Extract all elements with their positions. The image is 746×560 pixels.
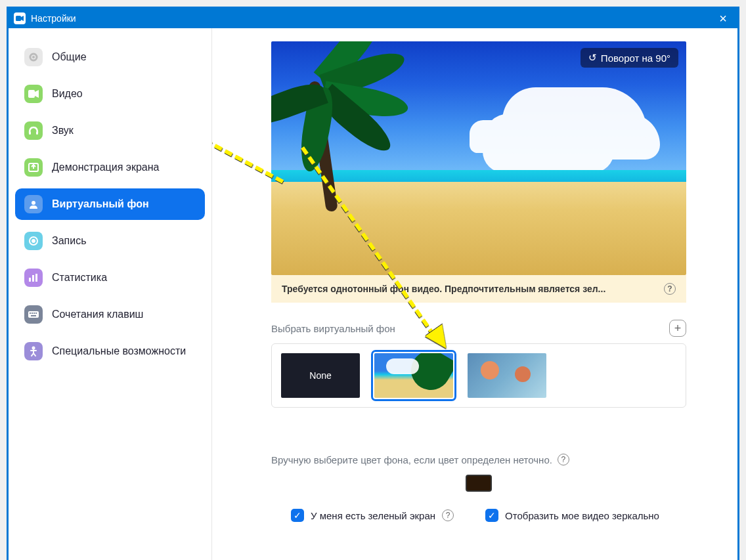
window-title: Настройки bbox=[31, 13, 76, 24]
sidebar-item-label: Специальные возможности bbox=[52, 345, 186, 358]
manual-color-text: Вручную выберите цвет фона, если цвет оп… bbox=[271, 454, 552, 465]
help-icon[interactable]: ? bbox=[442, 509, 454, 521]
checkbox-checked-icon: ✓ bbox=[291, 509, 304, 522]
help-icon[interactable]: ? bbox=[664, 283, 676, 295]
manual-color-row: Вручную выберите цвет фона, если цвет оп… bbox=[271, 454, 698, 465]
settings-window: Настройки × Общие Видео Звук bbox=[7, 7, 739, 560]
main-panel: ↺ Поворот на 90° Требуется однотонный фо… bbox=[212, 28, 737, 560]
svg-point-7 bbox=[32, 201, 35, 205]
accessibility-icon bbox=[24, 342, 43, 360]
person-icon bbox=[24, 195, 43, 213]
sidebar-item-label: Сочетания клавиш bbox=[52, 308, 143, 322]
sidebar-item-video[interactable]: Видео bbox=[15, 78, 205, 110]
share-screen-icon bbox=[24, 158, 43, 177]
video-icon bbox=[24, 85, 43, 103]
sidebar-item-label: Звук bbox=[52, 124, 74, 138]
thumb-flowers[interactable] bbox=[468, 353, 546, 398]
sidebar-item-label: Демонстрация экрана bbox=[52, 161, 160, 175]
warning-bar: Требуется однотонный фон видео. Предпочт… bbox=[271, 275, 686, 303]
sidebar-item-audio[interactable]: Звук bbox=[15, 115, 205, 146]
checkbox-mirror-video[interactable]: ✓ Отобразить мое видео зеркально bbox=[485, 509, 659, 522]
sidebar-item-label: Виртуальный фон bbox=[52, 198, 149, 211]
sidebar: Общие Видео Звук Демонстрация экрана bbox=[9, 28, 212, 560]
background-thumbnails: None bbox=[271, 343, 686, 408]
sidebar-item-record[interactable]: Запись bbox=[15, 225, 205, 257]
thumb-none-label: None bbox=[309, 370, 331, 381]
color-swatch[interactable] bbox=[466, 475, 492, 492]
svg-rect-10 bbox=[29, 278, 31, 282]
sidebar-item-share[interactable]: Демонстрация экрана bbox=[15, 152, 205, 183]
checkbox-green-screen[interactable]: ✓ У меня есть зеленый экран ? bbox=[291, 509, 454, 522]
sidebar-item-stats[interactable]: Статистика bbox=[15, 262, 205, 293]
headphones-icon bbox=[24, 121, 43, 140]
gear-icon bbox=[24, 48, 43, 66]
record-icon bbox=[24, 232, 43, 250]
sidebar-item-keyboard[interactable]: Сочетания клавиш bbox=[15, 299, 205, 330]
svg-point-2 bbox=[32, 56, 35, 58]
titlebar: Настройки × bbox=[9, 9, 737, 28]
rotate-label: Поворот на 90° bbox=[601, 53, 670, 64]
svg-rect-17 bbox=[35, 312, 37, 314]
rotate-icon: ↺ bbox=[588, 52, 597, 64]
checkbox-label: Отобразить мое видео зеркально bbox=[505, 510, 659, 521]
video-preview: ↺ Поворот на 90° bbox=[271, 41, 686, 275]
svg-rect-13 bbox=[28, 311, 39, 318]
svg-rect-0 bbox=[16, 16, 21, 21]
svg-point-19 bbox=[32, 347, 35, 350]
sidebar-item-label: Статистика bbox=[52, 271, 107, 285]
sidebar-item-label: Видео bbox=[52, 87, 83, 101]
svg-rect-16 bbox=[33, 312, 35, 314]
checkbox-label: У меня есть зеленый экран bbox=[311, 510, 435, 521]
sidebar-item-label: Общие bbox=[52, 51, 87, 64]
choose-bg-label: Выбрать виртуальный фон bbox=[271, 323, 395, 334]
thumb-beach[interactable] bbox=[374, 353, 453, 398]
svg-rect-5 bbox=[36, 131, 38, 135]
help-icon[interactable]: ? bbox=[558, 454, 569, 465]
sidebar-item-label: Запись bbox=[52, 234, 87, 248]
add-background-button[interactable]: + bbox=[669, 320, 686, 337]
close-button[interactable]: × bbox=[714, 11, 732, 26]
checkbox-checked-icon: ✓ bbox=[485, 509, 498, 522]
sidebar-item-general[interactable]: Общие bbox=[15, 41, 205, 73]
svg-rect-11 bbox=[32, 275, 34, 282]
sidebar-item-accessibility[interactable]: Специальные возможности bbox=[15, 335, 205, 367]
warning-text: Требуется однотонный фон видео. Предпочт… bbox=[282, 284, 605, 294]
svg-rect-12 bbox=[35, 274, 37, 282]
keyboard-icon bbox=[24, 305, 43, 324]
rotate-button[interactable]: ↺ Поворот на 90° bbox=[581, 48, 678, 68]
thumb-none[interactable]: None bbox=[281, 353, 360, 398]
svg-point-9 bbox=[32, 239, 35, 243]
svg-rect-14 bbox=[30, 312, 31, 314]
svg-rect-15 bbox=[32, 312, 33, 314]
svg-rect-3 bbox=[28, 90, 35, 98]
stats-icon bbox=[24, 269, 43, 287]
svg-rect-4 bbox=[29, 131, 31, 135]
app-icon bbox=[14, 12, 26, 24]
svg-rect-18 bbox=[31, 315, 36, 316]
sidebar-item-virtual-bg[interactable]: Виртуальный фон bbox=[15, 188, 205, 220]
